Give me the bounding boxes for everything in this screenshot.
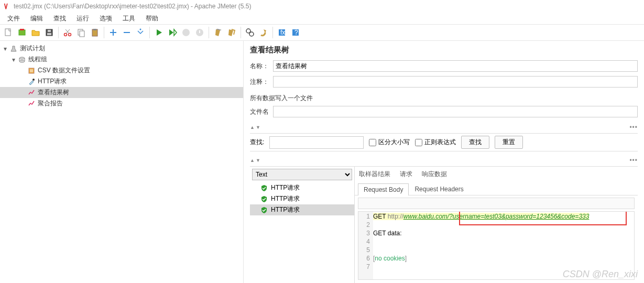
reset-button[interactable]: 重置 (495, 136, 523, 149)
more-icon[interactable]: ••• (629, 124, 638, 131)
pipette-icon (27, 78, 36, 86)
svg-point-12 (140, 29, 141, 30)
shutdown-button[interactable] (193, 26, 206, 39)
svg-text:?: ? (294, 29, 298, 36)
templates-button[interactable] (16, 26, 28, 39)
tab-request[interactable]: 请求 (399, 169, 413, 181)
save-button[interactable] (43, 26, 56, 39)
tab-request-headers[interactable]: Request Headers (409, 183, 469, 195)
svg-point-25 (32, 79, 35, 81)
expander-bar-2[interactable]: ▲ ▼ ••• (250, 157, 638, 164)
triangle-down-icon: ▼ (256, 158, 260, 163)
expand-button[interactable] (107, 26, 119, 39)
results-area: Text HTTP请求 HTTP请求 HTTP请求 取样器结果 (250, 166, 638, 283)
tree-label: 测试计划 (19, 44, 45, 53)
tree-label: CSV 数据文件设置 (37, 66, 90, 75)
comment-input[interactable] (273, 76, 638, 88)
svg-point-13 (182, 29, 190, 36)
menu-run[interactable]: 运行 (71, 13, 94, 24)
success-icon (260, 184, 268, 192)
svg-text:fx: fx (280, 29, 285, 36)
test-plan-tree[interactable]: ▾ 测试计划 ▾ 线程组 CSV 数据文件设置 HTTP请求 查看结果树 聚合报… (0, 41, 244, 283)
copy-button[interactable] (75, 26, 88, 39)
menu-options[interactable]: 选项 (94, 13, 117, 24)
tree-label: 查看结果树 (37, 88, 69, 97)
tree-node-testplan[interactable]: ▾ 测试计划 (0, 43, 243, 54)
request-subtabs: Request Body Request Headers (355, 181, 638, 195)
result-detail: 取样器结果 请求 响应数据 Request Body Request Heade… (355, 167, 638, 283)
sample-label: HTTP请求 (271, 205, 300, 214)
triangle-up-icon: ▲ (250, 125, 255, 130)
success-icon (260, 206, 268, 214)
svg-rect-4 (47, 33, 51, 35)
function-helper-button[interactable]: fx (276, 26, 288, 39)
graph-icon (27, 100, 36, 108)
editor-toolbar (358, 198, 635, 209)
toolbar: fx ? (0, 24, 644, 41)
renderer-select[interactable]: Text (252, 169, 352, 180)
svg-rect-5 (48, 30, 51, 32)
menu-edit[interactable]: 编辑 (25, 13, 48, 24)
tree-node-csv[interactable]: CSV 数据文件设置 (0, 65, 243, 76)
tree-node-http[interactable]: HTTP请求 (0, 76, 243, 87)
right-panel: 查看结果树 名称： 注释： 所有数据写入一个文件 文件名 ▲ ▼ ••• 查找:… (244, 41, 644, 283)
menu-search[interactable]: 查找 (48, 13, 71, 24)
paste-button[interactable] (89, 26, 101, 39)
triangle-down-icon: ▼ (256, 125, 260, 130)
filename-input[interactable] (273, 106, 638, 117)
graph-icon (27, 89, 36, 97)
collapse-button[interactable] (121, 26, 133, 39)
search-row: 查找: 区分大小写 正则表达式 查找 重置 (250, 133, 638, 151)
tab-sampler[interactable]: 取样器结果 (358, 169, 391, 181)
search-label: 查找: (250, 138, 264, 147)
sample-row[interactable]: HTTP请求 (250, 204, 354, 215)
triangle-up-icon: ▲ (250, 158, 255, 163)
menu-file[interactable]: 文件 (2, 13, 25, 24)
svg-point-6 (64, 34, 67, 36)
tree-node-resulttree[interactable]: 查看结果树 (0, 87, 243, 98)
tree-node-threadgroup[interactable]: ▾ 线程组 (0, 54, 243, 65)
cut-button[interactable] (61, 26, 74, 39)
results-tree: Text HTTP请求 HTTP请求 HTTP请求 (250, 167, 355, 283)
sample-label: HTTP请求 (271, 194, 300, 203)
find-button[interactable]: 查找 (461, 136, 489, 149)
spool-icon (18, 56, 26, 64)
clear-all-button[interactable] (225, 26, 238, 39)
tree-node-aggregate[interactable]: 聚合报告 (0, 98, 243, 109)
name-input[interactable] (273, 60, 638, 72)
twisty-down-icon[interactable]: ▾ (2, 45, 8, 52)
start-button[interactable] (152, 26, 165, 39)
toggle-button[interactable] (134, 26, 147, 39)
regex-checkbox[interactable]: 正则表达式 (415, 138, 456, 147)
menu-help[interactable]: 帮助 (140, 13, 163, 24)
sample-row[interactable]: HTTP请求 (250, 193, 354, 204)
tab-response[interactable]: 响应数据 (421, 169, 448, 181)
help-button[interactable]: ? (289, 26, 302, 39)
tree-label: 线程组 (27, 55, 47, 64)
content: ▾ 测试计划 ▾ 线程组 CSV 数据文件设置 HTTP请求 查看结果树 聚合报… (0, 41, 644, 283)
panel-title: 查看结果树 (250, 45, 638, 55)
expander-bar[interactable]: ▲ ▼ ••• (250, 124, 638, 131)
open-button[interactable] (29, 26, 42, 39)
sample-label: HTTP请求 (271, 183, 300, 192)
success-icon (260, 195, 268, 203)
tab-request-body[interactable]: Request Body (358, 183, 409, 195)
search-button[interactable] (244, 26, 256, 39)
window-title: test02.jmx (C:\Users\Fan\Desktop\rxx\jme… (14, 3, 251, 10)
sample-row[interactable]: HTTP请求 (250, 182, 354, 193)
comment-label: 注释： (250, 78, 269, 86)
twisty-down-icon[interactable]: ▾ (10, 56, 17, 63)
menu-tools[interactable]: 工具 (117, 13, 140, 24)
more-icon[interactable]: ••• (629, 157, 638, 164)
clear-button[interactable] (212, 26, 224, 39)
menubar: 文件 编辑 查找 运行 选项 工具 帮助 (0, 13, 644, 24)
search-input[interactable] (269, 136, 364, 149)
case-checkbox[interactable]: 区分大小写 (369, 138, 410, 147)
stop-button[interactable] (180, 26, 192, 39)
titlebar: test02.jmx (C:\Users\Fan\Desktop\rxx\jme… (0, 0, 644, 13)
csv-icon (27, 67, 36, 75)
new-button[interactable] (2, 26, 15, 39)
start-no-timers-button[interactable] (166, 26, 179, 39)
svg-point-22 (19, 57, 25, 59)
reset-search-button[interactable] (257, 26, 270, 39)
